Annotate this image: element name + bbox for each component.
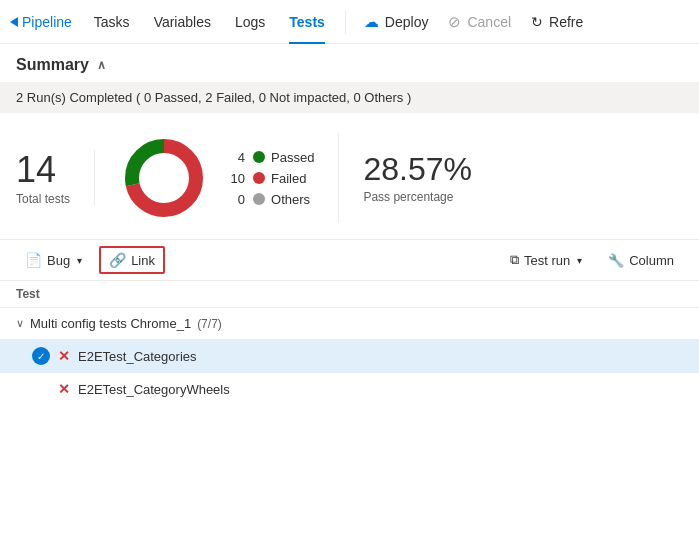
column-icon: 🔧 [608, 253, 624, 268]
status-text: 2 Run(s) Completed ( 0 Passed, 2 Failed,… [16, 90, 411, 105]
group-row[interactable]: ∨ Multi config tests Chrome_1 (7/7) [0, 308, 699, 339]
nav-tests[interactable]: Tests [277, 0, 337, 44]
group-badge: (7/7) [197, 317, 222, 331]
table-header: Test [0, 281, 699, 308]
summary-header: Summary ∧ [0, 44, 699, 82]
group-label: Multi config tests Chrome_1 [30, 316, 191, 331]
pass-percentage-label: Pass percentage [363, 190, 472, 204]
collapse-icon[interactable]: ∧ [97, 58, 106, 72]
bug-button[interactable]: 📄 Bug ▾ [16, 247, 91, 273]
link-button[interactable]: 🔗 Link [99, 246, 165, 274]
back-label: Pipeline [22, 14, 72, 30]
nav-tasks[interactable]: Tasks [82, 0, 142, 44]
cloud-icon: ☁ [364, 13, 379, 31]
passed-label: Passed [271, 150, 314, 165]
link-icon: 🔗 [109, 252, 126, 268]
pass-percentage-block: 28.57% Pass percentage [363, 152, 472, 203]
test-run-label: Test run [524, 253, 570, 268]
nav-variables[interactable]: Variables [142, 0, 223, 44]
test-run-chevron: ▾ [577, 255, 582, 266]
total-tests-label: Total tests [16, 192, 70, 206]
top-nav: Pipeline Tasks Variables Logs Tests ☁ De… [0, 0, 699, 44]
summary-title: Summary [16, 56, 89, 74]
others-count: 0 [225, 192, 245, 207]
status-bar: 2 Run(s) Completed ( 0 Passed, 2 Failed,… [0, 82, 699, 113]
others-label: Others [271, 192, 310, 207]
toolbar-right: ⧉ Test run ▾ 🔧 Column [501, 247, 683, 273]
pass-percentage-number: 28.57% [363, 152, 472, 187]
deploy-button[interactable]: ☁ Deploy [354, 0, 439, 44]
test-name-1: E2ETest_Categories [78, 349, 197, 364]
cancel-button[interactable]: ⊘ Cancel [438, 0, 521, 44]
selected-check-icon: ✓ [32, 347, 50, 365]
failed-label: Failed [271, 171, 306, 186]
document-icon: 📄 [25, 252, 42, 268]
toolbar: 📄 Bug ▾ 🔗 Link ⧉ Test run ▾ 🔧 Column [0, 239, 699, 281]
donut-chart-container: 4 Passed 10 Failed 0 Others [119, 133, 339, 223]
test-run-button[interactable]: ⧉ Test run ▾ [501, 247, 591, 273]
test-row[interactable]: ✕ E2ETest_CategoryWheels [0, 373, 699, 405]
test-row[interactable]: ✓ ✕ E2ETest_Categories [0, 339, 699, 373]
total-tests-number: 14 [16, 150, 70, 190]
column-button[interactable]: 🔧 Column [599, 248, 683, 273]
refresh-icon: ↻ [531, 14, 543, 30]
fail-icon-2: ✕ [58, 381, 70, 397]
failed-dot [253, 172, 265, 184]
legend-passed: 4 Passed [225, 150, 314, 165]
stats-row: 14 Total tests 4 Passed 10 Failed 0 [0, 125, 699, 239]
test-name-2: E2ETest_CategoryWheels [78, 382, 230, 397]
cancel-icon: ⊘ [448, 13, 461, 31]
legend-failed: 10 Failed [225, 171, 314, 186]
passed-dot [253, 151, 265, 163]
test-table: Test ∨ Multi config tests Chrome_1 (7/7)… [0, 281, 699, 405]
column-label: Column [629, 253, 674, 268]
nav-divider [345, 10, 346, 34]
test-run-icon: ⧉ [510, 252, 519, 268]
donut-chart [119, 133, 209, 223]
refresh-button[interactable]: ↻ Refre [521, 0, 593, 44]
chevron-down-icon: ∨ [16, 317, 24, 330]
failed-count: 10 [225, 171, 245, 186]
legend-others: 0 Others [225, 192, 314, 207]
bug-label: Bug [47, 253, 70, 268]
back-button[interactable]: Pipeline [10, 14, 72, 30]
total-tests-block: 14 Total tests [16, 150, 95, 206]
fail-icon-1: ✕ [58, 348, 70, 364]
others-dot [253, 193, 265, 205]
bug-chevron-icon: ▾ [77, 255, 82, 266]
link-label: Link [131, 253, 155, 268]
passed-count: 4 [225, 150, 245, 165]
chart-legend: 4 Passed 10 Failed 0 Others [225, 150, 314, 207]
nav-logs[interactable]: Logs [223, 0, 277, 44]
